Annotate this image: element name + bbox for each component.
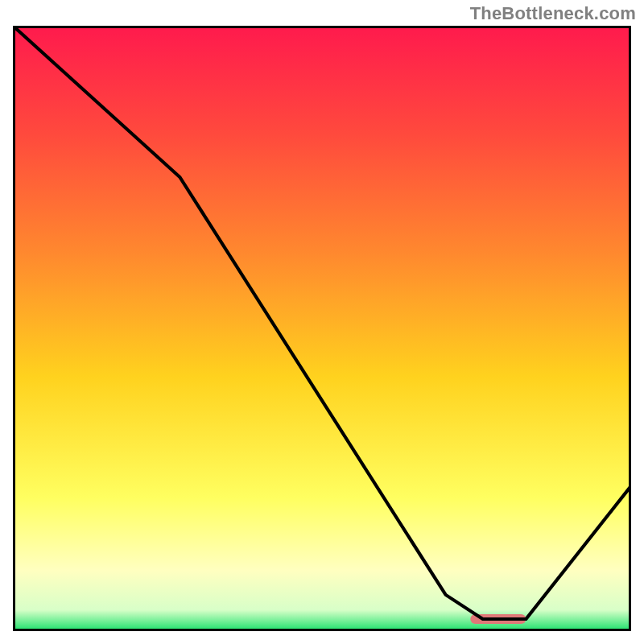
chart-frame: TheBottleneck.com — [0, 0, 644, 644]
watermark-text: TheBottleneck.com — [470, 3, 636, 24]
plot-border — [13, 26, 631, 631]
